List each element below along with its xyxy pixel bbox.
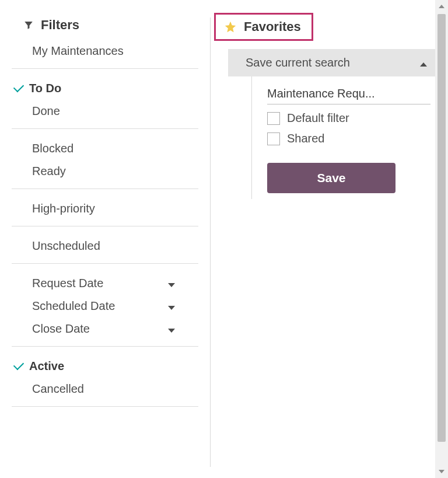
filter-my-maintenances[interactable]: My Maintenances <box>0 40 210 62</box>
funnel-icon <box>23 20 34 30</box>
scrollbar[interactable] <box>435 0 448 478</box>
filters-title: Filters <box>41 18 79 33</box>
scrollbar-thumb[interactable] <box>438 14 446 442</box>
filter-request-date[interactable]: Request Date <box>0 272 210 295</box>
default-filter-checkbox[interactable]: Default filter <box>267 111 430 125</box>
filter-done[interactable]: Done <box>0 100 210 123</box>
filter-close-date[interactable]: Close Date <box>0 317 210 340</box>
scroll-up-button[interactable] <box>435 0 448 13</box>
save-current-search-dropdown[interactable]: Save current search <box>228 49 438 76</box>
caret-down-icon <box>168 322 175 336</box>
favorites-header-highlight: Favorites <box>214 13 313 41</box>
filter-blocked[interactable]: Blocked <box>0 137 210 160</box>
filter-scheduled-date[interactable]: Scheduled Date <box>0 295 210 317</box>
checkbox-icon <box>267 112 280 125</box>
divider <box>12 226 198 226</box>
filters-panel: Filters My Maintenances To Do Done Block… <box>0 0 210 478</box>
filters-header: Filters <box>0 0 210 40</box>
shared-checkbox[interactable]: Shared <box>267 132 430 145</box>
filter-to-do[interactable]: To Do <box>0 77 210 100</box>
divider <box>12 189 198 189</box>
favorites-title: Favorites <box>244 19 301 34</box>
divider <box>12 346 198 347</box>
filter-active[interactable]: Active <box>0 355 210 378</box>
divider <box>12 68 198 69</box>
save-button[interactable]: Save <box>267 163 396 193</box>
divider <box>12 406 198 407</box>
filter-unscheduled[interactable]: Unscheduled <box>0 235 210 257</box>
star-icon <box>224 20 237 33</box>
caret-down-icon <box>168 299 175 313</box>
divider <box>12 263 198 264</box>
filter-cancelled[interactable]: Cancelled <box>0 378 210 400</box>
caret-up-icon <box>420 56 427 69</box>
caret-down-icon <box>168 277 175 290</box>
divider <box>12 128 198 129</box>
checkbox-icon <box>267 132 280 145</box>
save-search-panel: Maintenance Requ... Default filter Share… <box>251 76 430 199</box>
filter-high-priority[interactable]: High-priority <box>0 197 210 220</box>
filter-ready[interactable]: Ready <box>0 160 210 183</box>
search-name-input[interactable]: Maintenance Requ... <box>267 87 430 104</box>
scroll-down-button[interactable] <box>435 465 448 478</box>
favorites-panel: Favorites Save current search Maintenanc… <box>211 0 448 478</box>
